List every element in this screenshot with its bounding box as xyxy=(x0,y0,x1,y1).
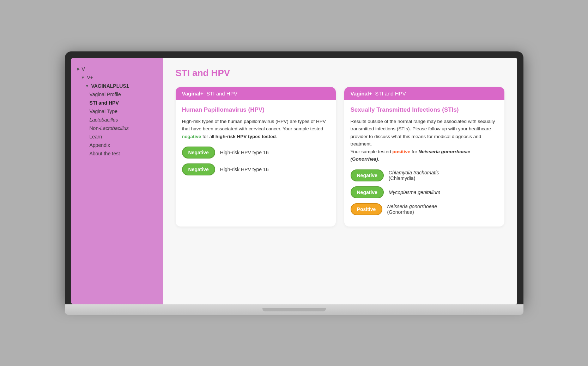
sidebar-label-appendix: Appendix xyxy=(90,142,110,148)
hpv-card: Vaginal+ STI and HPV Human Papillomaviru… xyxy=(176,87,336,227)
sti-organism-text: Neisseria gonorrhoeae (Gonorrhea) xyxy=(351,149,470,162)
sti-subtitle: Sexually Transmitted Infections (STIs) xyxy=(351,106,498,113)
laptop-wrapper: ▶ V ▼ V+ ▼ VAGINALPLUS1 Vaginal Profile … xyxy=(65,51,523,315)
sidebar-label-vaginal-profile: Vaginal Profile xyxy=(90,92,121,97)
hpv-card-body: Human Papillomavirus (HPV) High-risk typ… xyxy=(176,100,336,187)
sidebar-item-sti-hpv[interactable]: STI and HPV xyxy=(71,99,163,107)
hpv-description: High-risk types of the human papillomavi… xyxy=(182,118,329,141)
sti-header-title: STI and HPV xyxy=(375,91,406,97)
hpv-result-item-2: Negative High-risk HPV type 16 xyxy=(182,163,329,175)
sidebar-item-vaginalplus1[interactable]: ▼ VAGINALPLUS1 xyxy=(71,82,163,90)
sti-result-item-2: Negative Mycoplasma genitalium xyxy=(351,186,498,198)
sidebar-item-lactobacillus[interactable]: Lactobacillus xyxy=(71,116,163,124)
sidebar-item-about-test[interactable]: About the test xyxy=(71,149,163,158)
main-content: STI and HPV Vaginal+ STI and HPV Human P… xyxy=(163,58,517,304)
sti-card: Vaginal+ STI and HPV Sexually Transmitte… xyxy=(344,87,504,227)
laptop-screen: ▶ V ▼ V+ ▼ VAGINALPLUS1 Vaginal Profile … xyxy=(71,58,517,304)
sti-card-body: Sexually Transmitted Infections (STIs) R… xyxy=(344,100,504,227)
sti-result-item-1: Negative Chlamydia trachomatis(Chlamydia… xyxy=(351,169,498,181)
sti-label-3: Neisseria gonorrhoeae(Gonorrhea) xyxy=(387,204,437,215)
hpv-card-header: Vaginal+ STI and HPV xyxy=(176,87,336,100)
sidebar-item-appendix[interactable]: Appendix xyxy=(71,141,163,149)
sti-card-header: Vaginal+ STI and HPV xyxy=(344,87,504,100)
sidebar-label-vplus: V+ xyxy=(87,75,93,80)
sidebar-item-vaginal-type[interactable]: Vaginal Type xyxy=(71,107,163,116)
sti-badge-1: Negative xyxy=(351,169,384,181)
sidebar-label-v: V xyxy=(82,66,85,72)
sti-label-1: Chlamydia trachomatis(Chlamydia) xyxy=(389,170,439,181)
sti-header-brand: Vaginal+ xyxy=(351,91,372,97)
sidebar-label-non-lactobacillus: Non-Lactobacillus xyxy=(90,125,129,131)
sidebar-label-learn: Learn xyxy=(90,134,102,139)
hpv-badge-2: Negative xyxy=(182,163,215,175)
arrow-icon: ▼ xyxy=(81,75,85,80)
sidebar-label-about-test: About the test xyxy=(90,151,120,156)
sidebar-item-vaginal-profile[interactable]: Vaginal Profile xyxy=(71,90,163,99)
sidebar-item-learn[interactable]: Learn xyxy=(71,132,163,141)
hpv-header-title: STI and HPV xyxy=(206,91,237,97)
hpv-result-item-1: Negative High-risk HPV type 16 xyxy=(182,147,329,159)
sidebar-item-vplus[interactable]: ▼ V+ xyxy=(71,73,163,82)
arrow-icon: ▶ xyxy=(77,67,80,71)
sti-result-item-3: Positive Neisseria gonorrhoeae(Gonorrhea… xyxy=(351,203,498,215)
sidebar-label-sti-hpv: STI and HPV xyxy=(90,100,119,106)
hpv-label-1: High-risk HPV type 16 xyxy=(220,150,269,155)
cards-row: Vaginal+ STI and HPV Human Papillomaviru… xyxy=(176,87,504,227)
hpv-badge-1: Negative xyxy=(182,147,215,159)
sti-description: Results outside of the normal range may … xyxy=(351,118,498,163)
sidebar: ▶ V ▼ V+ ▼ VAGINALPLUS1 Vaginal Profile … xyxy=(71,58,163,304)
page-title: STI and HPV xyxy=(176,68,504,79)
laptop-notch xyxy=(262,308,326,311)
sidebar-item-non-lactobacillus[interactable]: Non-Lactobacillus xyxy=(71,124,163,132)
hpv-result-bold: high-risk HPV types tested xyxy=(216,134,276,139)
sti-badge-3: Positive xyxy=(351,203,382,215)
hpv-result-text: negative xyxy=(182,134,201,139)
sti-result-text: positive xyxy=(392,149,410,154)
sti-badge-2: Negative xyxy=(351,186,384,198)
sidebar-label-vaginalplus1: VAGINALPLUS1 xyxy=(91,83,129,89)
sidebar-item-v[interactable]: ▶ V xyxy=(71,65,163,73)
sidebar-label-vaginal-type: Vaginal Type xyxy=(90,108,118,114)
hpv-header-brand: Vaginal+ xyxy=(182,91,204,97)
hpv-subtitle: Human Papillomavirus (HPV) xyxy=(182,106,329,113)
sti-label-2: Mycoplasma genitalium xyxy=(389,190,440,195)
hpv-label-2: High-risk HPV type 16 xyxy=(220,167,269,172)
sidebar-label-lactobacillus: Lactobacillus xyxy=(90,117,118,123)
laptop-base xyxy=(65,304,523,315)
arrow-icon: ▼ xyxy=(85,84,89,88)
screen-bezel: ▶ V ▼ V+ ▼ VAGINALPLUS1 Vaginal Profile … xyxy=(65,51,523,304)
